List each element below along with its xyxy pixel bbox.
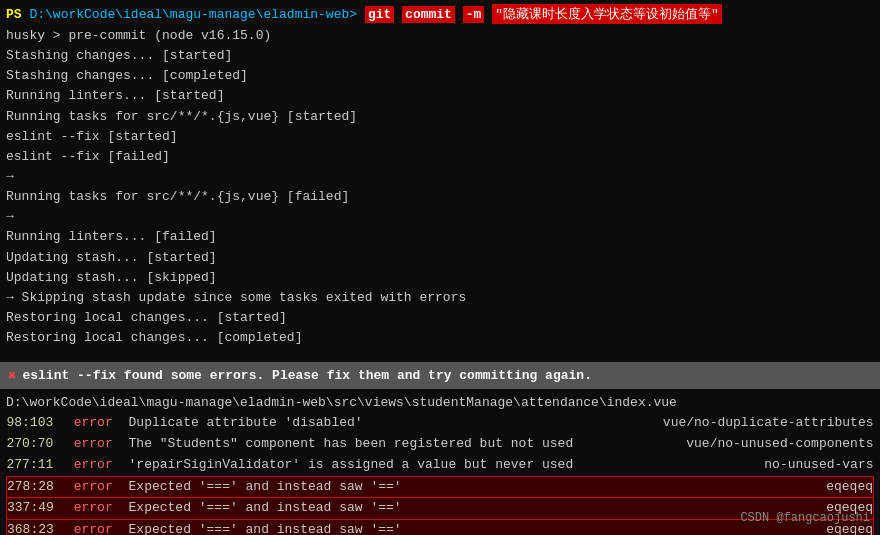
error-row: 98:103errorDuplicate attribute 'disabled… [7, 413, 874, 434]
error-severity: error [74, 455, 129, 476]
error-message: The "Students" component has been regist… [129, 434, 638, 455]
output-line: Running tasks for src/**/*.{js,vue} [fai… [6, 187, 874, 207]
error-linecol: 278:28 [7, 476, 74, 498]
output-line: eslint --fix [started] [6, 127, 874, 147]
output-line: husky > pre-commit (node v16.15.0) [6, 26, 874, 46]
m-flag: -m [463, 6, 485, 23]
output-line: → [6, 207, 874, 227]
error-linecol: 270:70 [7, 434, 74, 455]
error-rule: vue/no-duplicate-attributes [638, 413, 874, 434]
error-rule: no-unused-vars [638, 455, 874, 476]
error-linecol: 277:11 [7, 455, 74, 476]
error-linecol: 368:23 [7, 520, 74, 535]
error-message: Duplicate attribute 'disabled' [129, 413, 638, 434]
output-line: Running linters... [failed] [6, 227, 874, 247]
output-line: Restoring local changes... [completed] [6, 328, 874, 348]
error-row: 278:28errorExpected '===' and instead sa… [7, 476, 874, 498]
error-severity: error [74, 434, 129, 455]
output-line: → Skipping stash update since some tasks… [6, 288, 874, 308]
output-line: Stashing changes... [started] [6, 46, 874, 66]
output-line: eslint --fix [failed] [6, 147, 874, 167]
error-linecol: 98:103 [7, 413, 74, 434]
error-message: Expected '===' and instead saw '==' [129, 520, 638, 535]
file-path: D:\workCode\ideal\magu-manage\eladmin-we… [6, 395, 874, 410]
watermark: CSDN @fangcaojushi [740, 511, 870, 525]
error-rule: vue/no-unused-components [638, 434, 874, 455]
error-message: 'repairSiginValidator' is assigned a val… [129, 455, 638, 476]
ps-label: PS [6, 7, 22, 22]
error-message: Expected '===' and instead saw '==' [129, 476, 638, 498]
output-line: Running tasks for src/**/*.{js,vue} [sta… [6, 107, 874, 127]
terminal-window: PS D:\workCode\ideal\magu-manage\eladmin… [0, 0, 880, 535]
error-linecol: 337:49 [7, 498, 74, 520]
commit-command: commit [402, 6, 455, 23]
output-line: Updating stash... [started] [6, 248, 874, 268]
error-banner-text: eslint --fix found some errors. Please f… [22, 368, 592, 383]
prompt-line: PS D:\workCode\ideal\magu-manage\eladmin… [6, 4, 874, 24]
commit-message: "隐藏课时长度入学状态等设初始值等" [492, 4, 722, 24]
error-banner: ✖ eslint --fix found some errors. Please… [0, 362, 880, 389]
error-rule: eqeqeq [638, 476, 874, 498]
output-lines: husky > pre-commit (node v16.15.0)Stashi… [6, 26, 874, 348]
terminal-output-section: PS D:\workCode\ideal\magu-manage\eladmin… [0, 0, 880, 354]
error-message: Expected '===' and instead saw '==' [129, 498, 638, 520]
output-line: → [6, 167, 874, 187]
prompt-path: D:\workCode\ideal\magu-manage\eladmin-we… [22, 7, 357, 22]
output-line: Stashing changes... [completed] [6, 66, 874, 86]
output-line: Updating stash... [skipped] [6, 268, 874, 288]
error-row: 277:11error'repairSiginValidator' is ass… [7, 455, 874, 476]
git-command: git [365, 6, 394, 23]
error-row: 270:70errorThe "Students" component has … [7, 434, 874, 455]
error-severity: error [74, 476, 129, 498]
error-severity: error [74, 520, 129, 535]
error-icon: ✖ [8, 367, 16, 384]
error-severity: error [74, 413, 129, 434]
output-line: Restoring local changes... [started] [6, 308, 874, 328]
error-severity: error [74, 498, 129, 520]
prompt-arrow [357, 7, 365, 22]
output-line: Running linters... [started] [6, 86, 874, 106]
